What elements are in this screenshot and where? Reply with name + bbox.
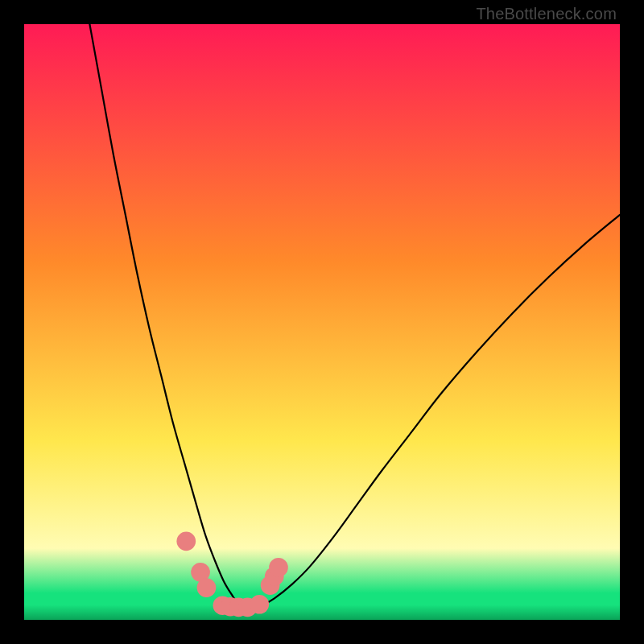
bottleneck-curve <box>89 24 620 608</box>
marker-group <box>176 531 287 617</box>
plot-area <box>24 24 620 620</box>
watermark-text: TheBottleneck.com <box>476 5 617 23</box>
chart-svg <box>24 24 620 620</box>
data-marker <box>250 595 269 614</box>
data-marker <box>176 531 196 551</box>
data-marker <box>197 578 217 597</box>
data-marker <box>269 558 288 577</box>
chart-frame: TheBottleneck.com <box>0 0 644 644</box>
